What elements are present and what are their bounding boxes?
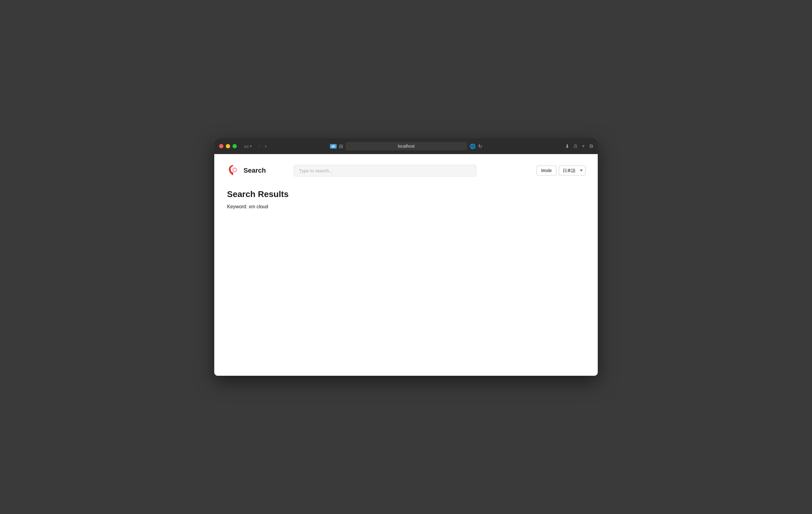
traffic-lights — [219, 144, 237, 148]
sidebar-toggle[interactable]: ▭ ▾ — [244, 143, 252, 149]
mode-button[interactable]: Mode — [536, 166, 556, 175]
address-bar[interactable] — [345, 142, 467, 150]
tabs-icon[interactable]: ⧉ — [589, 143, 593, 149]
maximize-button[interactable] — [233, 144, 237, 148]
keyword-text: Keyword: xm cloud — [227, 204, 585, 209]
app-header: Search Mode 日本語 English — [226, 164, 586, 177]
app-logo[interactable]: Search — [226, 164, 266, 177]
app-title-text: Search — [243, 167, 266, 174]
browser-window: ▭ ▾ ‹ › ab ⊟ 🌐 ↻ ⬇ ⎙ + ⧉ — [214, 138, 598, 376]
titlebar-right: ⬇ ⎙ + ⧉ — [565, 143, 593, 149]
logo-icon — [226, 164, 240, 177]
browser-titlebar: ▭ ▾ ‹ › ab ⊟ 🌐 ↻ ⬇ ⎙ + ⧉ — [214, 138, 598, 154]
reader-icon: ⊟ — [339, 143, 343, 149]
back-arrow[interactable]: ‹ — [257, 142, 262, 150]
main-content: Search Results Keyword: xm cloud — [226, 190, 586, 209]
svg-point-1 — [233, 169, 236, 171]
nav-arrows: ‹ › — [257, 142, 268, 150]
share-icon[interactable]: ⎙ — [574, 143, 577, 149]
address-bar-container: ab ⊟ 🌐 ↻ — [330, 142, 482, 150]
new-tab-icon[interactable]: + — [582, 143, 585, 149]
refresh-icon[interactable]: ↻ — [478, 143, 482, 149]
minimize-button[interactable] — [226, 144, 230, 148]
translate-icon[interactable]: 🌐 — [470, 143, 476, 149]
titlebar-left: ▭ ▾ ‹ › — [219, 142, 268, 150]
header-controls: Mode 日本語 English — [536, 166, 586, 175]
download-icon[interactable]: ⬇ — [565, 143, 569, 149]
close-button[interactable] — [219, 144, 223, 148]
sidebar-icon: ▭ — [244, 143, 249, 149]
chevron-down-icon: ▾ — [250, 144, 252, 148]
tab-favicon: ab — [330, 144, 337, 149]
language-select[interactable]: 日本語 English — [559, 166, 586, 175]
browser-content: Search Mode 日本語 English Search Results K… — [214, 154, 598, 376]
results-heading: Search Results — [227, 190, 585, 199]
forward-arrow[interactable]: › — [263, 142, 268, 150]
search-input[interactable] — [294, 165, 476, 177]
